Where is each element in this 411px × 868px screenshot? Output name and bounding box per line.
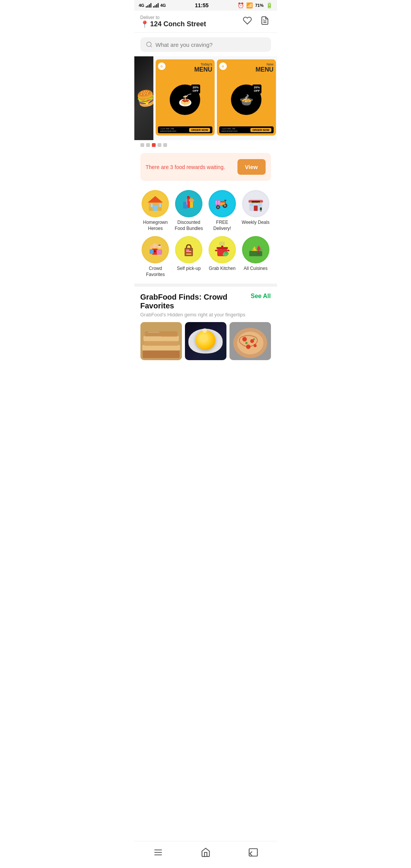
finds-header: GrabFood Finds: Crowd Favorites See All (140, 293, 271, 310)
view-rewards-button[interactable]: View (237, 159, 266, 175)
food-image-1 (140, 322, 182, 360)
svg-rect-43 (157, 249, 162, 255)
svg-rect-64 (258, 250, 259, 253)
status-right: ⏰ 📶 71% 🔋 (237, 2, 272, 8)
category-label-weekly: Weekly Deals (242, 220, 269, 226)
header: Deliver to 📍 124 Conch Street (134, 11, 277, 33)
category-homegrown[interactable]: HomegrownHeroes (140, 190, 171, 231)
alarm-icon: ⏰ (237, 2, 244, 8)
category-icon-weekly: RESTAURANT (242, 190, 269, 217)
svg-point-67 (261, 246, 263, 249)
carousel-dots (134, 140, 277, 150)
time-display: 11:55 (195, 2, 209, 8)
dot-2[interactable] (146, 143, 150, 147)
category-crowd[interactable]: CrowdFavorites (140, 236, 171, 278)
crowd-svg (146, 240, 165, 259)
svg-point-79 (242, 337, 247, 341)
category-icon-homegrown (142, 190, 169, 217)
category-weekly[interactable]: RESTAURANT Weekly Deals (241, 190, 271, 231)
svg-rect-55 (215, 250, 217, 251)
svg-rect-31 (254, 206, 258, 211)
category-icon-cuisines (242, 236, 269, 263)
svg-point-78 (237, 332, 263, 354)
banner-card-1[interactable]: ⊙ Today's MENU 🍝 20%OFF +123 456 789www.… (156, 59, 215, 136)
finds-section: GrabFood Finds: Crowd Favorites See All … (134, 287, 277, 365)
section-divider (134, 284, 277, 287)
category-icon-kitchen (209, 236, 236, 263)
category-pickup[interactable]: Self pick-up (174, 236, 204, 278)
orders-button[interactable] (259, 14, 271, 29)
svg-point-84 (253, 338, 255, 340)
svg-rect-45 (150, 249, 153, 254)
category-label-cuisines: All Cuisines (244, 266, 268, 272)
address-row: 📍 124 Conch Street (140, 20, 206, 29)
svg-point-62 (252, 249, 254, 251)
discounted-svg (179, 194, 198, 213)
kitchen-svg (213, 240, 232, 259)
svg-rect-74 (148, 332, 159, 333)
svg-point-17 (189, 199, 194, 202)
order-now-btn-1[interactable]: ORDER NOW (189, 128, 210, 132)
cuisines-svg (246, 240, 265, 259)
svg-rect-22 (220, 201, 225, 203)
svg-rect-51 (186, 249, 189, 252)
svg-rect-69 (142, 345, 180, 351)
homegrown-svg (146, 194, 165, 213)
order-now-btn-2[interactable]: ORDER NOW (250, 128, 271, 132)
category-grid: HomegrownHeroes (140, 190, 271, 278)
banner-food-2: 🍲 20%OFF (231, 85, 261, 115)
svg-rect-24 (224, 200, 226, 201)
signal-bars-right (153, 3, 159, 8)
finds-subtitle: GrabFood's Hidden gems right at your fin… (140, 312, 271, 318)
svg-rect-9 (150, 203, 151, 207)
svg-rect-16 (186, 199, 187, 205)
food-card-2[interactable] (185, 322, 226, 360)
banner-cards: ⊙ Today's MENU 🍝 20%OFF +123 456 789www.… (153, 56, 277, 140)
wishlist-button[interactable] (241, 14, 253, 29)
battery-icon: 🔋 (266, 2, 272, 8)
location-pin-icon: 📍 (140, 20, 149, 29)
svg-rect-23 (225, 200, 226, 204)
food-cards-row (140, 322, 271, 360)
banner-left-preview: 🍔 (134, 56, 153, 140)
category-icon-pickup (175, 236, 202, 263)
food-card-3[interactable] (229, 322, 271, 360)
address-text: 124 Conch Street (150, 20, 206, 28)
pickup-svg (179, 240, 198, 259)
svg-rect-70 (144, 340, 178, 346)
dot-3[interactable] (152, 143, 156, 147)
banner-section: 🍔 ⊙ Today's MENU 🍝 20%OFF (134, 56, 277, 150)
battery-percent: 71% (255, 3, 263, 8)
heart-icon (243, 16, 252, 25)
svg-rect-36 (260, 207, 262, 210)
signal-bars-left (146, 3, 151, 8)
svg-point-39 (153, 243, 157, 248)
svg-rect-65 (257, 253, 261, 254)
svg-marker-5 (148, 196, 163, 203)
food-image-3 (229, 322, 271, 360)
category-icon-delivery (209, 190, 236, 217)
category-section: HomegrownHeroes (134, 184, 277, 284)
svg-rect-12 (187, 196, 190, 198)
category-kitchen[interactable]: Grab Kitchen (207, 236, 237, 278)
category-discounted[interactable]: DiscountedFood Bundles (174, 190, 204, 231)
food-card-1[interactable] (140, 322, 182, 360)
dot-4[interactable] (158, 143, 161, 147)
category-label-crowd: CrowdFavorites (146, 266, 165, 278)
category-delivery[interactable]: FREEDelivery! (207, 190, 237, 231)
see-all-button[interactable]: See All (251, 293, 271, 300)
dot-1[interactable] (140, 143, 144, 147)
svg-text:RESTAURANT: RESTAURANT (250, 201, 261, 203)
header-icons (241, 14, 271, 29)
dot-5[interactable] (163, 143, 167, 147)
receipt-icon (260, 16, 269, 25)
banner-card-2[interactable]: ⊙ New MENU 🍲 20%OFF +123 456 789www.bran… (217, 59, 276, 136)
banner-logo-1: ⊙ (158, 62, 166, 70)
search-icon (146, 41, 153, 48)
svg-rect-32 (250, 203, 253, 206)
category-cuisines[interactable]: All Cuisines (241, 236, 271, 278)
search-section (134, 33, 277, 56)
wifi-icon: 📶 (246, 2, 253, 8)
search-bar[interactable] (140, 37, 271, 52)
search-input[interactable] (156, 41, 266, 48)
